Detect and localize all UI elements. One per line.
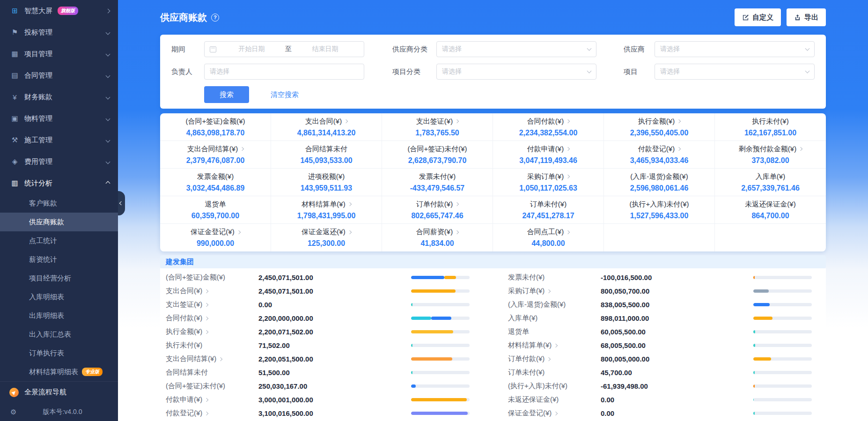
edit-square-icon — [742, 14, 749, 21]
metric-label[interactable]: 材料结算单(¥) — [508, 341, 601, 350]
clear-search-link[interactable]: 清空搜索 — [271, 90, 299, 99]
ultimate-badge: 旗舰版 — [58, 7, 78, 15]
sidebar-subitem-project-analysis[interactable]: 项目经营分析 — [0, 269, 118, 288]
search-button[interactable]: 搜索 — [204, 86, 249, 103]
chevron-left-icon — [119, 201, 123, 205]
progress-bar-segment — [411, 398, 467, 401]
sidebar-subitem-inout-summary[interactable]: 出入库汇总表 — [0, 325, 118, 344]
sidebar-item-construction[interactable]: ⚒施工管理 — [0, 129, 118, 151]
supplier-category-label: 供应商分类 — [392, 45, 436, 54]
project-select[interactable]: 请选择 — [655, 64, 815, 80]
stat-cell[interactable]: 保证金返还(¥)125,300.00 — [271, 224, 382, 251]
main-content: 供应商账款 ? 自定义 导出 期间 开始 — [118, 0, 868, 421]
metric-label[interactable]: 支出签证(¥) — [166, 300, 258, 309]
stat-label: (合同+签证)金额(¥) — [185, 117, 245, 126]
project-category-select[interactable]: 请选择 — [436, 64, 596, 80]
stat-cell: (合同+签证)未付(¥)2,628,673,790.70 — [382, 141, 493, 169]
stat-cell[interactable]: 合同点工(¥)44,800.00 — [493, 224, 604, 251]
stat-cell: 合同结算未付145,093,533.00 — [271, 141, 382, 169]
stat-label: 合同结算未付 — [305, 145, 347, 154]
progress-bar-segment — [411, 303, 412, 306]
sidebar-item-finance[interactable]: ¥财务账款 — [0, 86, 118, 108]
metric-label[interactable]: 支出合同(¥) — [166, 287, 258, 295]
sidebar-item-contract[interactable]: ▤合同管理 — [0, 65, 118, 86]
metric-label[interactable]: 支出合同结算(¥) — [166, 355, 258, 363]
sidebar-subitem-daywork-stats[interactable]: 点工统计 — [0, 231, 118, 250]
stat-cell[interactable]: 合同薪资(¥)41,834.00 — [382, 224, 493, 251]
sidebar-subitem-material-settlement-detail[interactable]: 材料结算明细表专业版 — [0, 362, 118, 381]
help-icon[interactable]: ? — [211, 14, 219, 22]
metric-label[interactable]: 订单付款(¥) — [508, 355, 601, 363]
stat-label: 支出合同结算(¥) — [187, 145, 243, 154]
progress-bar-segment — [411, 357, 452, 361]
sidebar-item-statistics[interactable]: ▥统计分析 — [0, 172, 118, 194]
stat-cell[interactable]: 剩余预付款金额(¥)373,082.00 — [715, 141, 826, 169]
sidebar-subitem-order-execution[interactable]: 订单执行表 — [0, 344, 118, 362]
chevron-down-icon — [106, 138, 110, 142]
sidebar-item-smart-screen[interactable]: ⊞智慧大屏旗舰版 — [0, 0, 118, 22]
stat-cell[interactable]: 付款登记(¥)3,465,934,033.46 — [604, 141, 715, 169]
date-range-input[interactable]: 开始日期 至 结束日期 — [204, 41, 364, 57]
stat-cell[interactable]: 采购订单(¥)1,050,117,025.63 — [493, 169, 604, 196]
statistics-icon: ▥ — [10, 179, 19, 187]
metric-value: 0.00 — [601, 409, 753, 417]
metric-label[interactable]: 采购订单(¥) — [508, 287, 601, 295]
metric-label[interactable]: 付款登记(¥) — [166, 409, 258, 418]
sidebar-subitem-customer-accounts[interactable]: 客户账款 — [0, 194, 118, 213]
stat-value: 125,300.00 — [308, 239, 345, 248]
metric-label[interactable]: 保证金登记(¥) — [508, 409, 601, 418]
sidebar-subitem-salary-stats[interactable]: 薪资统计 — [0, 250, 118, 269]
progress-bar-segment — [753, 344, 755, 347]
stat-cell[interactable]: 支出签证(¥)1,783,765.50 — [382, 113, 493, 141]
sidebar-item-flow-navigation[interactable]: 全景流程导航 — [0, 381, 118, 403]
customize-button[interactable]: 自定义 — [735, 8, 781, 26]
stat-label: 订单付款(¥) — [416, 200, 458, 209]
supplier-category-select[interactable]: 请选择 — [436, 41, 596, 57]
stat-value: 4,861,314,413.20 — [297, 129, 356, 137]
period-label: 期间 — [171, 45, 204, 54]
sidebar-item-label: 施工管理 — [24, 136, 52, 145]
metric-value: 60,005,500.00 — [601, 328, 753, 336]
progress-bar — [411, 412, 470, 415]
sidebar-collapse-button[interactable] — [118, 191, 125, 215]
metric-label[interactable]: 合同付款(¥) — [166, 314, 258, 323]
gear-icon[interactable]: ⚙ — [10, 408, 16, 416]
smart-screen-icon: ⊞ — [10, 7, 19, 15]
chevron-right-icon — [236, 230, 240, 234]
export-button-label: 导出 — [804, 13, 818, 22]
sidebar-subitem-outbound-detail[interactable]: 出库明细表 — [0, 306, 118, 325]
export-button[interactable]: 导出 — [787, 8, 826, 26]
stat-cell[interactable]: 付款申请(¥)3,047,119,493.46 — [493, 141, 604, 169]
chevron-right-icon — [455, 202, 459, 206]
progress-bar — [411, 384, 470, 388]
stat-cell[interactable]: 保证金登记(¥)990,000.00 — [160, 224, 271, 251]
stat-value: 2,628,673,790.70 — [408, 156, 467, 165]
sidebar-item-material[interactable]: ▣物料管理 — [0, 108, 118, 129]
stat-value: 864,700.00 — [751, 212, 789, 220]
metric-label[interactable]: 付款申请(¥) — [166, 395, 258, 404]
stat-cell[interactable]: 支出合同结算(¥)2,379,476,087.00 — [160, 141, 271, 169]
stat-cell[interactable]: 订单付款(¥)802,665,747.46 — [382, 196, 493, 224]
stat-cell[interactable]: 执行金额(¥)2,396,550,405.00 — [604, 113, 715, 141]
stat-cell[interactable]: 支出合同(¥)4,861,314,413.20 — [271, 113, 382, 141]
metric-value: 2,200,051,500.00 — [258, 355, 411, 363]
sidebar-item-project[interactable]: ▦项目管理 — [0, 43, 118, 65]
metric-value: 2,450,071,501.00 — [258, 273, 411, 281]
company-metrics-grid: (合同+签证)金额(¥)2,450,071,501.00支出合同(¥)2,450… — [160, 268, 826, 421]
metric-label[interactable]: 执行金额(¥) — [166, 327, 258, 336]
supplier-select[interactable]: 请选择 — [655, 41, 815, 57]
stat-cell[interactable]: 材料结算单(¥)1,798,431,995.00 — [271, 196, 382, 224]
stat-cell-empty — [715, 224, 826, 251]
expense-icon: ◈ — [10, 157, 19, 166]
sidebar-item-expense[interactable]: ◈费用管理 — [0, 151, 118, 172]
metric-label: 入库单(¥) — [508, 314, 601, 323]
company-header-band[interactable]: 建发集团 — [160, 255, 826, 268]
project-icon: ▦ — [10, 50, 19, 58]
stat-label: 发票金额(¥) — [197, 172, 234, 181]
stat-cell[interactable]: 合同付款(¥)2,234,382,554.00 — [493, 113, 604, 141]
sidebar-subitem-inbound-detail[interactable]: 入库明细表 — [0, 288, 118, 306]
owner-label: 负责人 — [171, 67, 204, 76]
sidebar-subitem-supplier-accounts[interactable]: 供应商账款 — [0, 213, 118, 231]
sidebar-item-bidding[interactable]: ⚑投标管理 — [0, 22, 118, 43]
owner-input[interactable]: 请选择 — [204, 64, 364, 80]
